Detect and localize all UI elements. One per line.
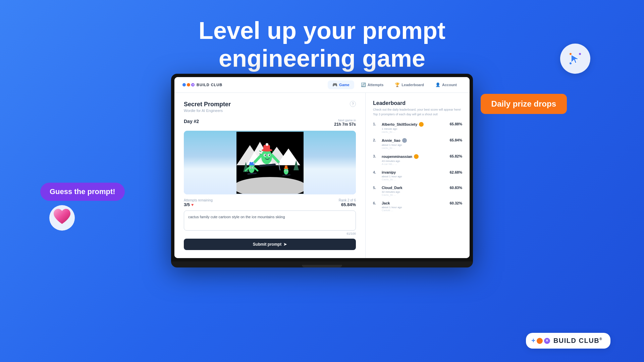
svg-rect-45 [285, 166, 287, 169]
logo-icons: ✕ [182, 83, 195, 86]
lb-rank-3: 3. [373, 154, 379, 158]
svg-point-0 [570, 53, 572, 55]
lb-time-2: about 1 hour ago [382, 143, 443, 146]
next-game-label: Next game in [334, 119, 356, 122]
lb-entry-6: 6. Jack about 1 hour ago Cartolit ... 60… [373, 201, 462, 212]
leaderboard-icon: 🏆 [395, 82, 400, 87]
lb-name-row-6: Jack [382, 201, 443, 205]
daily-prize-button[interactable]: Daily prize drops [481, 94, 567, 114]
logo-dot-orange [187, 83, 190, 86]
bc-name: BUILD CLUB [553, 337, 599, 344]
bc-plus-icon: + [531, 337, 535, 345]
leaderboard-panel: Leaderboard Check out the daily leaderbo… [366, 93, 470, 258]
lb-score-2: 65.84% [445, 138, 462, 142]
attempts-label: Attempts remaining [184, 198, 213, 202]
game-image [184, 131, 356, 194]
char-count: 61/100 [184, 232, 356, 235]
lb-avatar-3 [414, 154, 419, 159]
lb-score-6: 60.32% [445, 201, 462, 205]
lb-info-4: irvanipy about 1 hour ago Cactu_llo ... [382, 170, 443, 181]
lb-entry-4: 4. irvanipy about 1 hour ago Cactu_llo .… [373, 170, 462, 181]
screen-content: ✕ BUILD CLUB 🎮 Game 🔄 Attempts 🏆 [174, 77, 470, 258]
nav-links: 🎮 Game 🔄 Attempts 🏆 Leaderboard 👤 Accoun… [328, 80, 462, 89]
attempts-value: 3/5 ♥ [184, 202, 213, 207]
rank-score: 65.84% [339, 202, 356, 207]
svg-point-19 [265, 155, 266, 156]
lb-preview-2: cactu_llo ... [382, 146, 443, 149]
lb-preview-3: A car hill... ... [382, 163, 443, 166]
guess-prompt-bubble: Guess the prompt! [40, 183, 125, 201]
bc-icons: + ✕ [531, 337, 550, 345]
svg-line-26 [259, 154, 261, 154]
lb-time-5: 32 minutes ago [382, 190, 443, 193]
nav-logo: ✕ BUILD CLUB [182, 83, 222, 87]
nav-game[interactable]: 🎮 Game [328, 80, 354, 89]
lb-entry-3: 3. roupenminassian 43 minutes ago A car … [373, 154, 462, 166]
hero-title-line2: engineering game [219, 45, 425, 72]
hero-title-line1: Level up your prompt [199, 17, 445, 44]
lb-rank-5: 5. [373, 186, 379, 190]
svg-point-34 [253, 167, 253, 168]
lb-username-6: Jack [382, 201, 390, 205]
lb-avatar-1 [419, 122, 424, 127]
input-text: cactus family cute cartoon style on the … [188, 215, 285, 219]
game-icon: 🎮 [332, 82, 337, 87]
attempts-icon: 🔄 [361, 82, 366, 87]
laptop-screen: ✕ BUILD CLUB 🎮 Game 🔄 Attempts 🏆 [171, 74, 473, 261]
lb-preview-5: Cactu_llo ... [382, 193, 443, 196]
main-content: Secret Prompter Wordle for AI Engineers … [174, 93, 470, 258]
lb-name-row-1: Alberto_SkillSociety [382, 122, 443, 127]
logo-text: BUILD CLUB [197, 83, 222, 87]
svg-point-2 [570, 62, 572, 64]
cursor-decoration [560, 44, 590, 74]
laptop-container: ✕ BUILD CLUB 🎮 Game 🔄 Attempts 🏆 [171, 74, 473, 267]
lb-entry-1: 1. Alberto_SkillSociety 1 minute ago cac… [373, 122, 462, 133]
logo-cross: ✕ [192, 83, 194, 86]
svg-point-20 [269, 155, 270, 156]
svg-point-33 [250, 167, 251, 168]
leaderboard-label: Leaderboard [401, 83, 424, 87]
lb-info-6: Jack about 1 hour ago Cartolit ... [382, 201, 443, 212]
day-row: Day #2 Next game in 21h 7m 57s [184, 119, 356, 127]
lb-rank-2: 2. [373, 138, 379, 142]
rank-label: Rank 2 of 6 [339, 198, 356, 202]
svg-point-12 [261, 149, 272, 164]
lb-name-row-2: Annie_liao [382, 138, 443, 143]
svg-point-37 [251, 161, 252, 162]
bc-circle-purple: ✕ [544, 338, 550, 344]
lb-username-3: roupenminassian [382, 155, 412, 159]
help-button[interactable]: ? [350, 101, 356, 107]
svg-point-28 [249, 164, 255, 173]
lb-rank-1: 1. [373, 122, 379, 126]
leaderboard-title: Leaderboard [373, 100, 462, 106]
game-panel: Secret Prompter Wordle for AI Engineers … [174, 93, 366, 258]
nav-attempts[interactable]: 🔄 Attempts [356, 80, 388, 89]
lb-time-6: about 1 hour ago [382, 206, 443, 209]
submit-button[interactable]: Submit prompt ➤ [184, 239, 356, 250]
lb-name-row-4: irvanipy [382, 170, 443, 174]
bc-text: BUILD CLUB® [553, 337, 602, 345]
next-game-time: 21h 7m 57s [334, 122, 356, 127]
lb-username-4: irvanipy [382, 170, 396, 174]
nav-account[interactable]: 👤 Account [431, 80, 462, 89]
logo-dot-purple: ✕ [191, 83, 195, 86]
attempts-count: 3/5 [184, 202, 190, 207]
prompt-input-display: cactus family cute cartoon style on the … [184, 210, 356, 231]
lb-score-4: 62.68% [445, 170, 462, 174]
submit-label: Submit prompt [253, 242, 281, 247]
lb-info-5: Cloud_Dark 32 minutes ago Cactu_llo ... [382, 186, 443, 196]
game-subtitle: Wordle for AI Engineers [184, 109, 231, 113]
svg-point-1 [579, 53, 581, 55]
lb-info-1: Alberto_SkillSociety 1 minute ago cactu_… [382, 122, 443, 133]
svg-point-42 [285, 170, 286, 171]
svg-point-9 [236, 177, 304, 194]
nav-leaderboard[interactable]: 🏆 Leaderboard [390, 80, 429, 89]
lb-username-1: Alberto_SkillSociety [382, 122, 417, 126]
lb-info-3: roupenminassian 43 minutes ago A car hil… [382, 154, 443, 166]
lb-preview-1: cactu_llo ... [382, 130, 443, 133]
guess-prompt-text: Guess the prompt! [50, 187, 115, 196]
lb-score-3: 65.82% [445, 154, 462, 158]
lb-name-row-3: roupenminassian [382, 154, 443, 159]
game-label: Game [339, 83, 350, 87]
bc-circle-orange [537, 338, 543, 344]
